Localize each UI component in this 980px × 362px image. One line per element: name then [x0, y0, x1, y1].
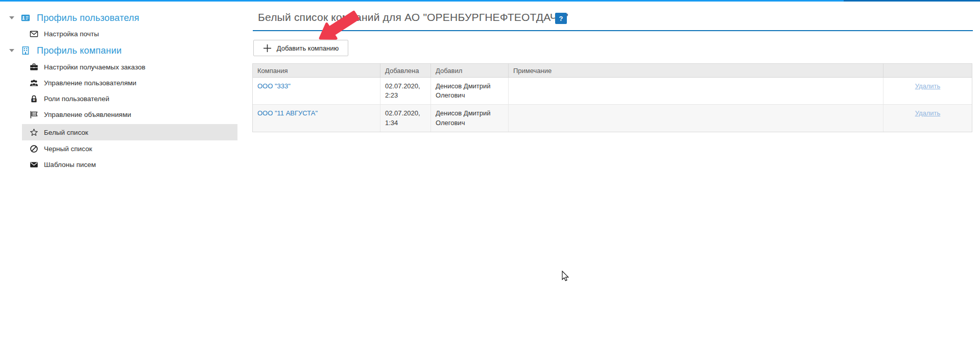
- sidebar-item-user-roles[interactable]: M Роли пользователей: [0, 91, 237, 107]
- sidebar-item-label[interactable]: Управление пользователями: [44, 79, 136, 87]
- whitelist-table: Компания Добавлена Добавил Примечание ОО…: [252, 63, 972, 132]
- note-cell: [509, 78, 883, 104]
- note-cell: [509, 105, 883, 131]
- users-icon: [30, 79, 38, 87]
- sidebar-item-announcements[interactable]: Управление объявлениями: [0, 107, 237, 123]
- sidebar-item-blacklist[interactable]: Черный список: [0, 141, 237, 157]
- add-company-button-label: Добавить компанию: [277, 44, 339, 52]
- help-button[interactable]: ?: [555, 13, 567, 24]
- chevron-down-icon[interactable]: [9, 49, 14, 52]
- top-bar-right-segment: [844, 0, 980, 2]
- sidebar-item-label[interactable]: Роли пользователей: [44, 95, 109, 103]
- briefcase-icon: [30, 63, 38, 71]
- added-by-cell: Денисов Дмитрий Олегович: [431, 78, 509, 104]
- flag-icon: [30, 110, 38, 119]
- envelope-outline-icon: [30, 30, 38, 38]
- table-header-row: Компания Добавлена Добавил Примечание: [253, 64, 972, 78]
- sidebar-item-label[interactable]: Управление объявлениями: [44, 111, 131, 118]
- sidebar-item-label[interactable]: Настройки получаемых заказов: [44, 63, 146, 71]
- plus-icon: [263, 44, 272, 53]
- sidebar-section-company-profile[interactable]: Профиль компании: [0, 43, 237, 58]
- envelope-filled-icon: [30, 160, 38, 169]
- column-header-actions: [883, 64, 972, 77]
- building-icon: [21, 46, 30, 55]
- sidebar-item-mail-settings[interactable]: Настройка почты: [0, 26, 237, 42]
- column-header-added: Добавлена: [380, 64, 431, 77]
- sidebar-item-label[interactable]: Белый список: [44, 129, 88, 136]
- add-company-button[interactable]: Добавить компанию: [253, 40, 348, 56]
- mouse-cursor: [562, 271, 570, 282]
- star-icon: [30, 128, 38, 137]
- sidebar-section-label[interactable]: Профиль компании: [37, 45, 122, 56]
- added-by-cell: Денисов Дмитрий Олегович: [431, 105, 509, 131]
- table-row: ООО "11 АВГУСТА" 02.07.2020, 1:34 Денисо…: [253, 105, 972, 131]
- added-date-cell: 02.07.2020, 2:23: [380, 78, 431, 104]
- svg-text:M: M: [33, 99, 35, 102]
- table-row: ООО "333" 02.07.2020, 2:23 Денисов Дмитр…: [253, 78, 972, 105]
- sidebar-section-label[interactable]: Профиль пользователя: [37, 13, 139, 23]
- id-card-icon: [21, 13, 30, 22]
- lock-icon: M: [30, 94, 38, 103]
- sidebar-item-user-management[interactable]: Управление пользователями: [0, 75, 237, 91]
- sidebar-item-mail-templates[interactable]: Шаблоны писем: [0, 157, 237, 173]
- title-divider: [253, 30, 973, 31]
- added-date-cell: 02.07.2020, 1:34: [380, 105, 431, 131]
- block-icon: [30, 144, 38, 153]
- company-link[interactable]: ООО "333": [257, 82, 291, 90]
- column-header-added-by: Добавил: [431, 64, 509, 77]
- sidebar-item-whitelist[interactable]: Белый список: [22, 124, 237, 140]
- delete-link[interactable]: Удалить: [915, 109, 941, 117]
- sidebar-item-label[interactable]: Черный список: [44, 145, 92, 153]
- page-title: Белый список компаний для АО "ОРЕНБУРГНЕ…: [258, 11, 568, 23]
- delete-link[interactable]: Удалить: [915, 82, 941, 90]
- sidebar-item-order-settings[interactable]: Настройки получаемых заказов: [0, 59, 237, 75]
- sidebar: Профиль пользователя Настройка почты Про…: [0, 0, 240, 362]
- chevron-down-icon[interactable]: [9, 16, 14, 19]
- sidebar-item-label[interactable]: Шаблоны писем: [44, 161, 96, 168]
- company-link[interactable]: ООО "11 АВГУСТА": [257, 109, 318, 117]
- column-header-note: Примечание: [509, 64, 883, 77]
- column-header-company: Компания: [253, 64, 380, 77]
- sidebar-item-label[interactable]: Настройка почты: [44, 30, 99, 38]
- sidebar-section-user-profile[interactable]: Профиль пользователя: [0, 10, 237, 26]
